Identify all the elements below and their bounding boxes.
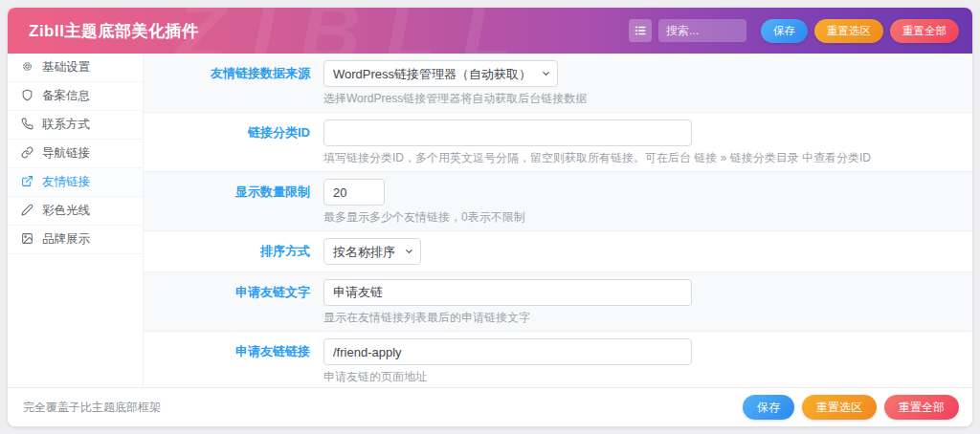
phone-icon <box>21 118 33 133</box>
search-input[interactable] <box>658 19 746 42</box>
external-link-icon <box>21 175 33 190</box>
field-label: 友情链接数据来源 <box>144 60 323 105</box>
shield-icon <box>21 89 33 104</box>
header-actions: 保存 重置选区 重置全部 <box>629 19 959 43</box>
form-row-category-id: 链接分类ID 填写链接分类ID，多个用英文逗号分隔，留空则获取所有链接。可在后台… <box>144 113 972 172</box>
field-label: 链接分类ID <box>144 119 323 164</box>
sidebar-item-label: 彩色光线 <box>42 203 90 219</box>
sidebar-item-label: 导航链接 <box>42 145 90 162</box>
save-button[interactable]: 保存 <box>743 395 794 420</box>
footer-note: 完全覆盖子比主题底部框架 <box>23 400 161 416</box>
image-icon <box>21 232 33 248</box>
sidebar-item-brand-display[interactable]: 品牌展示 <box>8 226 143 254</box>
sidebar-item-basic-settings[interactable]: 基础设置 <box>8 54 143 82</box>
content-area: 基础设置 备案信息 联系方式 <box>8 54 972 387</box>
sidebar-item-label: 基础设置 <box>42 59 90 76</box>
sidebar-item-label: 备案信息 <box>42 88 90 104</box>
form-row-display-limit: 显示数量限制 最多显示多少个友情链接，0表示不限制 <box>144 172 972 231</box>
menu-list-icon[interactable] <box>629 19 652 42</box>
form-row-sort-order: 排序方式 按名称排序 <box>144 231 972 272</box>
field-label: 显示数量限制 <box>144 179 323 224</box>
gear-icon <box>21 60 33 76</box>
category-id-input[interactable] <box>323 119 692 146</box>
sidebar-item-contact[interactable]: 联系方式 <box>8 111 143 140</box>
field-help: 最多显示多少个友情链接，0表示不限制 <box>323 210 953 224</box>
reset-all-button[interactable]: 重置全部 <box>884 395 959 420</box>
sidebar-item-friend-links[interactable]: 友情链接 <box>8 168 143 197</box>
field-label: 申请友链链接 <box>144 338 323 383</box>
apply-text-input[interactable] <box>323 279 692 306</box>
sidebar-item-record-info[interactable]: 备案信息 <box>8 82 143 111</box>
pen-icon <box>21 204 33 219</box>
sidebar-item-label: 友情链接 <box>42 174 90 190</box>
page-title: Zibll主题底部美化插件 <box>29 20 198 42</box>
form-row-apply-text: 申请友链文字 显示在友情链接列表最后的申请链接文字 <box>144 272 972 332</box>
reset-section-button[interactable]: 重置选区 <box>814 19 883 43</box>
footer-bar: 完全覆盖子比主题底部框架 保存 重置选区 重置全部 <box>8 387 972 426</box>
field-help: 显示在友情链接列表最后的申请链接文字 <box>323 311 953 324</box>
form-row-apply-url: 申请友链链接 申请友链的页面地址 <box>144 332 972 391</box>
header-bar: ZIBLL Zibll主题底部美化插件 保存 重置选区 重置全部 <box>8 8 972 54</box>
sidebar-item-label: 品牌展示 <box>42 231 90 248</box>
plugin-settings-panel: ZIBLL Zibll主题底部美化插件 保存 重置选区 重置全部 <box>8 8 972 426</box>
link-icon <box>21 146 33 162</box>
settings-sidebar: 基础设置 备案信息 联系方式 <box>8 54 144 387</box>
data-source-select[interactable]: WordPress链接管理器（自动获取） <box>323 60 558 87</box>
reset-section-button[interactable]: 重置选区 <box>802 395 877 420</box>
sort-order-select[interactable]: 按名称排序 <box>323 238 421 265</box>
sidebar-item-color-light[interactable]: 彩色光线 <box>8 197 143 226</box>
field-label: 排序方式 <box>144 238 323 265</box>
sidebar-item-nav-links[interactable]: 导航链接 <box>8 140 143 168</box>
sidebar-item-label: 联系方式 <box>42 117 90 133</box>
field-help: 申请友链的页面地址 <box>323 370 953 383</box>
form-row-data-source: 友情链接数据来源 WordPress链接管理器（自动获取） 选择WordPres… <box>144 54 972 113</box>
apply-url-input[interactable] <box>323 338 692 365</box>
header-watermark: ZIBLL <box>175 8 538 54</box>
field-help: 填写链接分类ID，多个用英文逗号分隔，留空则获取所有链接。可在后台 链接 » 链… <box>323 151 953 164</box>
footer-actions: 保存 重置选区 重置全部 <box>743 395 959 420</box>
save-button[interactable]: 保存 <box>761 19 808 43</box>
field-label: 申请友链文字 <box>144 279 323 324</box>
settings-form: 友情链接数据来源 WordPress链接管理器（自动获取） 选择WordPres… <box>144 54 972 387</box>
field-help: 选择WordPress链接管理器将自动获取后台链接数据 <box>323 92 953 105</box>
reset-all-button[interactable]: 重置全部 <box>890 19 959 43</box>
display-limit-input[interactable] <box>323 179 385 206</box>
